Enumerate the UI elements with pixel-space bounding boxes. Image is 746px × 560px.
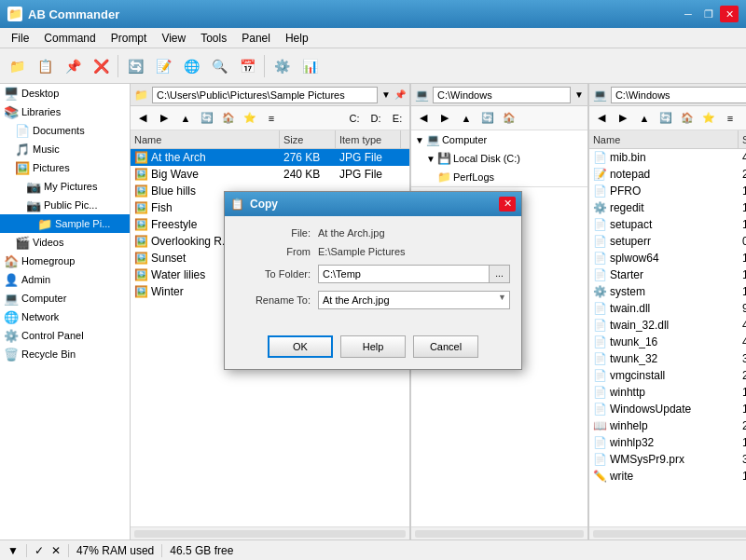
dialog-close-button[interactable]: ✕ (499, 197, 516, 212)
dialog-from-value: E:\Sample Pictures (318, 246, 406, 257)
dialog-help-button[interactable]: Help (340, 335, 406, 358)
dialog-file-value: At the Arch.jpg (318, 227, 385, 239)
dialog-to-folder-input-group: ... (318, 265, 510, 283)
dialog-rename-select-wrapper: At the Arch.jpg (318, 291, 510, 309)
dialog-file-label: File: (236, 227, 311, 239)
dialog-title-bar: 📋 Copy ✕ (225, 192, 521, 216)
dialog-from-label: From (236, 246, 311, 257)
dialog-browse-button[interactable]: ... (490, 265, 510, 283)
dialog-rename-select[interactable]: At the Arch.jpg (318, 291, 510, 309)
dialog-rename-label: Rename To: (236, 294, 311, 306)
dialog-file-row: File: At the Arch.jpg (236, 227, 510, 239)
dialog-buttons: OK Help Cancel (225, 328, 521, 369)
dialog-to-folder-input[interactable] (318, 265, 490, 283)
dialog-rename-row: Rename To: At the Arch.jpg (236, 291, 510, 309)
dialog-icon: 📋 (230, 198, 244, 211)
dialog-ok-button[interactable]: OK (268, 335, 333, 358)
dialog-cancel-button[interactable]: Cancel (413, 335, 478, 358)
dialog-to-folder-label: To Folder: (236, 268, 311, 280)
dialog-title-left: 📋 Copy (230, 198, 278, 211)
dialog-title: Copy (250, 198, 278, 211)
dialog-from-row: From E:\Sample Pictures (236, 246, 510, 257)
dialog-overlay: 📋 Copy ✕ File: At the Arch.jpg From E:\S… (0, 0, 746, 560)
dialog-body: File: At the Arch.jpg From E:\Sample Pic… (225, 216, 521, 328)
copy-dialog: 📋 Copy ✕ File: At the Arch.jpg From E:\S… (224, 191, 522, 370)
dialog-to-folder-row: To Folder: ... (236, 265, 510, 283)
